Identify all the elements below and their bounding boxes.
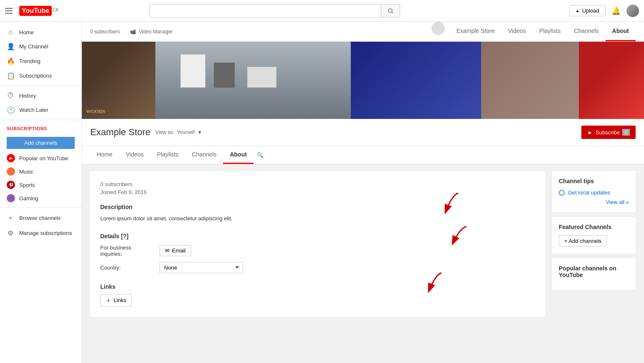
music-icon: ♪: [7, 167, 15, 176]
add-links-button[interactable]: ＋ Links: [100, 294, 132, 307]
locale-label: CA: [53, 8, 58, 12]
about-layout: 0 subscribers Joined Feb 9, 2016 Descrip…: [82, 164, 644, 323]
view-as-label: View as:: [155, 129, 174, 135]
description-text: Lorem ipsum dolor sit amet, consectetur …: [100, 214, 535, 223]
view-as-value: Yourself: [177, 129, 195, 135]
history-icon: ⏱: [7, 92, 14, 99]
avatar[interactable]: [626, 5, 639, 17]
country-select[interactable]: None: [160, 262, 243, 273]
links-title: Links: [100, 283, 535, 290]
sidebar: ⌂ Home 👤 My Channel 🔥 Trending 📋 Subscri…: [0, 22, 82, 363]
sub-item-label: Music: [19, 169, 33, 175]
sidebar-item-popular[interactable]: ▶ Popular on YouTube: [0, 151, 81, 165]
svg-line-1: [392, 12, 393, 13]
subscriptions-section-label: SUBSCRIPTIONS: [0, 123, 81, 134]
email-button[interactable]: ✉ Email: [160, 245, 191, 256]
topbar-nav-playlists[interactable]: Playlists: [532, 22, 567, 41]
sidebar-divider-2: [0, 120, 81, 120]
sidebar-item-gaming[interactable]: 🎮 Gaming: [0, 192, 81, 205]
banner-segment-2: [155, 42, 351, 119]
description-title: Description: [100, 204, 535, 210]
main-layout: ⌂ Home 👤 My Channel 🔥 Trending 📋 Subscri…: [0, 22, 644, 363]
plus-links-icon: ＋: [106, 297, 111, 304]
upload-button[interactable]: Upload: [569, 5, 606, 16]
sidebar-item-browse-channels[interactable]: ＋ Browse channels: [0, 210, 81, 226]
channel-info-bar: Example Store View as: Yourself ▼ ▶ Subs…: [82, 119, 644, 146]
about-stats: 0 subscribers Joined Feb 9, 2016: [100, 181, 535, 195]
person-icon: 👤: [7, 43, 14, 50]
tab-about[interactable]: About: [223, 146, 253, 164]
business-inquiry-label: For business inquiries:: [100, 245, 155, 257]
home-icon: ⌂: [7, 28, 14, 36]
add-channels-button[interactable]: Add channels: [7, 137, 75, 149]
logo-text: YouTube: [22, 7, 49, 15]
gear-icon: ⚙: [7, 229, 14, 237]
banner-segment-4: [481, 42, 579, 119]
watch-later-icon: 🕐: [7, 106, 14, 114]
video-manager-icon: 📹: [130, 29, 136, 35]
view-all-link[interactable]: View all »: [559, 199, 629, 205]
popular-channels-widget: Popular channels on YouTube: [552, 258, 636, 290]
sidebar-divider: [0, 86, 81, 86]
tip-text[interactable]: Get local updates: [568, 189, 610, 196]
featured-channels-widget: Featured Channels + Add channels: [552, 217, 636, 253]
banner-segment-5: [579, 42, 644, 119]
notifications-bell-icon[interactable]: 🔔: [611, 6, 621, 15]
sidebar-item-sports[interactable]: ⚽ Sports: [0, 178, 81, 192]
chevron-down-icon: ▼: [197, 129, 202, 135]
details-title: Details [?]: [100, 233, 535, 239]
top-navigation: YouTube CA Upload 🔔: [0, 0, 644, 22]
details-section: Details [?] For business inquiries: ✉ Em…: [100, 233, 535, 273]
subscribe-label: Subscribe: [596, 129, 620, 136]
view-as-selector[interactable]: View as: Yourself ▼: [155, 129, 202, 135]
topbar-nav-videos[interactable]: Videos: [501, 22, 532, 41]
sidebar-item-trending[interactable]: 🔥 Trending: [0, 54, 81, 68]
sidebar-item-manage-subscriptions[interactable]: ⚙ Manage subscriptions: [0, 226, 81, 240]
tab-videos[interactable]: Videos: [119, 146, 150, 164]
description-section: Description Lorem ipsum dolor sit amet, …: [100, 204, 535, 223]
sidebar-item-my-channel[interactable]: 👤 My Channel: [0, 39, 81, 54]
nav-right: Upload 🔔: [569, 5, 639, 17]
sidebar-item-label: My Channel: [19, 43, 48, 50]
sidebar-item-label: Subscriptions: [19, 73, 52, 79]
subscribe-button[interactable]: ▶ Subscribe 0: [581, 126, 636, 139]
topbar-nav-about[interactable]: About: [606, 22, 636, 41]
gaming-icon: 🎮: [7, 194, 15, 202]
channel-title: Example Store: [90, 127, 150, 138]
search-button[interactable]: [381, 4, 400, 18]
svg-point-0: [388, 8, 392, 12]
country-label: Country:: [100, 265, 155, 271]
tab-channels[interactable]: Channels: [185, 146, 223, 164]
channel-tip-item: Get local updates: [559, 189, 629, 196]
tab-playlists[interactable]: Playlists: [150, 146, 185, 164]
sidebar-item-home[interactable]: ⌂ Home: [0, 25, 81, 39]
popular-channels-title: Popular channels on YouTube: [559, 265, 629, 278]
sidebar-item-music[interactable]: ♪ Music: [0, 165, 81, 178]
tab-home[interactable]: Home: [90, 146, 119, 164]
channel-banner: WOODS: [82, 42, 644, 119]
subscriptions-icon: 📋: [7, 72, 14, 80]
popular-icon: ▶: [7, 154, 15, 162]
add-featured-channels-button[interactable]: + Add channels: [559, 235, 607, 247]
topbar-nav-channels[interactable]: Channels: [567, 22, 605, 41]
trending-icon: 🔥: [7, 57, 14, 65]
sidebar-item-history[interactable]: ⏱ History: [0, 88, 81, 103]
sidebar-item-subscriptions[interactable]: 📋 Subscriptions: [0, 68, 81, 83]
search-channel-icon[interactable]: 🔍: [254, 147, 267, 163]
sidebar-item-label: Trending: [19, 58, 41, 64]
sub-item-label: Sports: [19, 182, 35, 188]
search-input[interactable]: [150, 4, 381, 18]
channel-nav-tabs: Home Videos Playlists Channels About 🔍: [82, 146, 644, 164]
topbar-video-manager[interactable]: 📹 Videos Video Manager: [130, 29, 172, 35]
sidebar-item-label: Browse channels: [19, 215, 61, 221]
youtube-logo[interactable]: YouTube CA: [19, 6, 58, 16]
channel-tips-title: Channel tips: [559, 178, 629, 184]
channel-tips-widget: Channel tips Get local updates View all …: [552, 171, 636, 212]
plus-icon: ＋: [7, 214, 14, 222]
topbar-channel-avatar: [431, 22, 445, 35]
sidebar-item-watch-later[interactable]: 🕐 Watch Later: [0, 103, 81, 117]
hamburger-menu[interactable]: [5, 8, 13, 14]
topbar-nav-example-store[interactable]: Example Store: [450, 22, 502, 41]
subscriber-count-badge: 0: [622, 129, 630, 136]
sidebar-item-label: Watch Later: [19, 107, 48, 113]
